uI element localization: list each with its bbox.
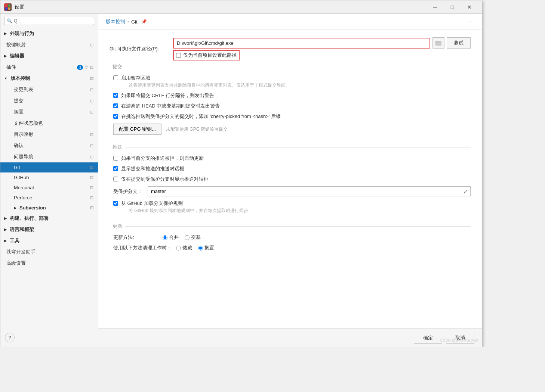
clean-method-row: 使用以下方法清理工作树： 储藏 搁置 [110, 245, 471, 251]
sidebar-item-mercurial[interactable]: Mercurial⊡ [0, 183, 98, 193]
staging-checkbox[interactable] [113, 75, 118, 80]
sidebar-item-issue-nav[interactable]: 问题导航⊡ [0, 151, 98, 162]
sidebar-label-issue-nav: 问题导航 [14, 153, 89, 160]
sidebar-item-vcs[interactable]: 版本控制⊡ [0, 73, 98, 84]
merge-radio[interactable] [163, 235, 167, 240]
protected-dialog-label[interactable]: 仅在提交到受保护分支时显示推送对话框 [121, 176, 209, 183]
main-panel: 版本控制 › Git 📌 ← → Git 可执行文件路径(P): [98, 14, 482, 347]
sidebar-item-copilot[interactable]: 苍穹开发助手 [0, 246, 98, 258]
forward-button[interactable]: → [464, 18, 474, 26]
sidebar-label-vcs: 版本控制 [10, 75, 89, 82]
search-box[interactable]: 🔍 [4, 17, 94, 25]
sidebar-item-github[interactable]: GitHub⊡ [0, 172, 98, 183]
back-button[interactable]: ← [452, 18, 462, 26]
staging-desc: 这将禁用变更列表支持并删除项目中的所有变更列表。仅适用于非模式提交界面。 [121, 82, 290, 88]
sidebar-label-keymap: 按键映射 [6, 41, 89, 48]
ok-button[interactable]: 确定 [414, 332, 442, 344]
stash-radio[interactable] [176, 246, 181, 251]
search-icon: 🔍 [7, 18, 12, 24]
sidebar-item-commit[interactable]: 提交⊡ [0, 95, 98, 106]
sidebar-item-git[interactable]: Git⊡ [0, 162, 98, 172]
shelve-radio[interactable] [198, 246, 203, 251]
protected-dialog-checkbox[interactable] [113, 177, 118, 181]
gpg-button[interactable]: 配置 GPG 密钥... [113, 124, 161, 135]
crlf-label[interactable]: 如果即将提交 CRLF 行分隔符，则发出警告 [121, 92, 214, 99]
close-button[interactable]: ✕ [461, 2, 478, 12]
github-rules-check: 从 GitHub 加载分支保护规则 将 GitHub 规则添加到本地规则中，并在… [110, 200, 471, 214]
branch-expand-button[interactable]: ⤢ [464, 189, 468, 195]
git-path-input[interactable] [174, 38, 429, 48]
shelve-radio-item[interactable]: 搁置 [198, 245, 214, 251]
config-icon-confirm: ⊡ [90, 143, 93, 148]
sidebar-item-dir-map[interactable]: 目录映射⊡ [0, 129, 98, 140]
app-icon [4, 3, 12, 11]
sidebar-item-editor[interactable]: 编辑器 [0, 50, 98, 62]
project-only-wrapper: 仅为当前项目设置此路径 [173, 50, 240, 60]
sidebar-item-perforce[interactable]: Perforce⊡ [0, 193, 98, 203]
update-section: 更新 更新方法: 合并 变基 [110, 223, 471, 251]
push-section-title: 推送 [110, 144, 471, 150]
merge-radio-item[interactable]: 合并 [163, 234, 179, 241]
project-only-label[interactable]: 仅为当前项目设置此路径 [183, 52, 237, 59]
rebase-radio[interactable] [185, 235, 190, 240]
github-rules-label[interactable]: 从 GitHub 加载分支保护规则 [121, 200, 183, 206]
title-bar: 设置 ─ □ ✕ [0, 0, 482, 14]
cherry-checkbox[interactable] [113, 114, 118, 119]
config-icon-mercurial: ⊡ [90, 185, 93, 190]
title-bar-left: 设置 [4, 3, 24, 11]
config-icon-subversion: ⊡ [90, 205, 93, 210]
detached-label[interactable]: 在游离的 HEAD 中或变基期间提交时发出警告 [121, 103, 220, 109]
sidebar-item-file-status[interactable]: 文件状态颜色 [0, 118, 98, 129]
test-button[interactable]: 测试 [447, 37, 471, 49]
gpg-row: 配置 GPG 密钥... 未配置使用 GPG 密钥签署提交 [110, 124, 471, 135]
sidebar-item-tools[interactable]: 工具 [0, 235, 98, 246]
update-method-group: 合并 变基 [163, 234, 201, 241]
sidebar-item-changelist[interactable]: 变更列表⊡ [0, 84, 98, 95]
git-path-label: Git 可执行文件路径(P): [110, 46, 169, 52]
sidebar-item-build[interactable]: 构建、执行、部署 [0, 213, 98, 224]
cherry-label[interactable]: 在挑选推送到受保护分支的提交时，添加 'cherry-picked from <… [121, 113, 281, 120]
rebase-radio-item[interactable]: 变基 [185, 234, 201, 241]
commit-check-staging: 启用暂存区域 这将禁用变更列表支持并删除项目中的所有变更列表。仅适用于非模式提交… [110, 75, 471, 88]
sidebar-item-plugins[interactable]: 插件3文⊡ [0, 62, 98, 73]
sidebar-label-advanced: 高级设置 [6, 260, 93, 267]
detached-checkbox[interactable] [113, 103, 118, 108]
sidebar-item-lang[interactable]: 语言和框架 [0, 224, 98, 235]
sidebar: 🔍 外观与行为按键映射⊡编辑器插件3文⊡版本控制⊡变更列表⊡提交⊡搁置⊡文件状态… [0, 14, 98, 347]
sidebar-item-shelf[interactable]: 搁置⊡ [0, 106, 98, 118]
search-input[interactable] [14, 18, 92, 24]
sidebar-label-file-status: 文件状态颜色 [14, 120, 93, 127]
browse-button[interactable] [432, 37, 444, 49]
breadcrumb-parent[interactable]: 版本控制 [106, 18, 125, 25]
stash-radio-item[interactable]: 储藏 [176, 245, 192, 251]
push-dialog-checkbox[interactable] [113, 166, 118, 171]
config-icon-commit: ⊡ [90, 99, 93, 103]
github-rules-checkbox[interactable] [113, 201, 118, 206]
sidebar-item-appearance[interactable]: 外观与行为 [0, 28, 98, 39]
sidebar-item-keymap[interactable]: 按键映射⊡ [0, 39, 98, 50]
minimize-button[interactable]: ─ [427, 2, 444, 12]
help-button[interactable]: ? [5, 333, 15, 342]
sidebar-items-container: 外观与行为按键映射⊡编辑器插件3文⊡版本控制⊡变更列表⊡提交⊡搁置⊡文件状态颜色… [0, 28, 98, 269]
sidebar-item-subversion[interactable]: Subversion⊡ [0, 203, 98, 213]
pin-icon[interactable]: 📌 [141, 19, 147, 24]
config-icon-github: ⊡ [90, 175, 93, 180]
clean-method-label: 使用以下方法清理工作树： [113, 245, 172, 251]
branch-input[interactable] [148, 187, 470, 196]
project-only-checkbox[interactable] [176, 53, 181, 58]
config-icon-issue-nav: ⊡ [90, 155, 93, 159]
crlf-checkbox[interactable] [113, 93, 118, 98]
auto-update-checkbox[interactable] [113, 156, 118, 161]
sidebar-label-github: GitHub [14, 175, 89, 180]
breadcrumb: 版本控制 › Git 📌 ← → [98, 14, 482, 30]
sidebar-label-tools: 工具 [10, 237, 93, 244]
push-dialog-label[interactable]: 显示提交和推送的推送对话框 [121, 165, 184, 172]
svg-rect-1 [8, 4, 10, 7]
auto-update-label[interactable]: 如果当前分支的推送被拒，则自动更新 [121, 155, 204, 162]
sidebar-label-confirm: 确认 [14, 142, 89, 149]
staging-label[interactable]: 启用暂存区域 [121, 75, 150, 81]
push-check-auto: 如果当前分支的推送被拒，则自动更新 [110, 155, 471, 162]
maximize-button[interactable]: □ [444, 2, 461, 12]
sidebar-item-advanced[interactable]: 高级设置 [0, 258, 98, 269]
sidebar-item-confirm[interactable]: 确认⊡ [0, 140, 98, 151]
